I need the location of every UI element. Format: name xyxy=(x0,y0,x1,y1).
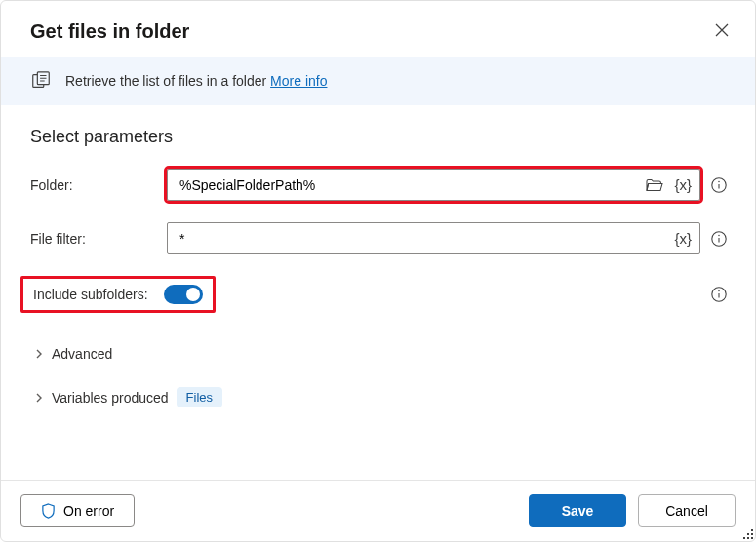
chevron-right-icon xyxy=(34,393,44,403)
info-bar: Retrieve the list of files in a folder M… xyxy=(1,57,755,105)
more-info-link[interactable]: More info xyxy=(270,73,327,89)
file-filter-row: File filter: {x} xyxy=(30,222,728,254)
chevron-right-icon xyxy=(34,349,44,359)
parameters-section: Select parameters Folder: {x} xyxy=(1,105,755,480)
folder-input-shell: {x} xyxy=(167,169,700,201)
advanced-label: Advanced xyxy=(52,346,112,362)
on-error-button[interactable]: On error xyxy=(20,494,135,527)
include-subfolders-label: Include subfolders: xyxy=(33,287,148,302)
variables-produced-expander[interactable]: Variables produced Files xyxy=(34,379,728,415)
browse-folder-button[interactable] xyxy=(643,175,666,195)
dialog-footer: On error Save Cancel xyxy=(1,480,755,541)
file-filter-label: File filter: xyxy=(30,231,167,247)
include-subfolders-row: Include subfolders: xyxy=(30,276,728,313)
file-filter-input-shell: {x} xyxy=(167,222,700,254)
close-button[interactable] xyxy=(710,19,734,45)
svg-point-7 xyxy=(718,290,719,291)
insert-variable-button[interactable]: {x} xyxy=(672,174,694,195)
include-subfolders-info-button[interactable] xyxy=(710,286,728,303)
svg-point-5 xyxy=(718,234,719,235)
folder-label: Folder: xyxy=(30,177,167,193)
insert-variable-button[interactable]: {x} xyxy=(672,228,694,249)
dialog-title: Get files in folder xyxy=(30,20,189,43)
folder-row: Folder: {x} xyxy=(30,169,728,201)
cancel-button[interactable]: Cancel xyxy=(638,494,736,527)
svg-point-3 xyxy=(718,180,719,181)
variable-chip[interactable]: Files xyxy=(177,387,222,407)
folder-input[interactable] xyxy=(178,176,637,194)
shield-icon xyxy=(41,503,56,520)
files-icon xyxy=(30,70,52,92)
variable-icon: {x} xyxy=(674,230,692,247)
toggle-knob xyxy=(186,288,200,301)
close-icon xyxy=(714,22,730,38)
file-filter-input[interactable] xyxy=(178,230,666,248)
variables-produced-label: Variables produced xyxy=(52,390,169,406)
info-icon xyxy=(710,286,728,303)
info-icon xyxy=(710,230,728,248)
file-filter-info-button[interactable] xyxy=(710,230,728,248)
info-text: Retrieve the list of files in a folder M… xyxy=(65,73,327,89)
action-dialog: Get files in folder Retrieve the list of… xyxy=(0,0,756,542)
folder-open-icon xyxy=(645,177,664,193)
variable-icon: {x} xyxy=(674,176,692,193)
dialog-header: Get files in folder xyxy=(1,1,755,57)
folder-info-button[interactable] xyxy=(710,176,728,194)
section-title: Select parameters xyxy=(30,127,728,147)
advanced-expander[interactable]: Advanced xyxy=(34,338,728,369)
include-subfolders-toggle[interactable] xyxy=(164,285,203,304)
on-error-label: On error xyxy=(63,503,114,519)
save-button[interactable]: Save xyxy=(529,494,626,527)
info-icon xyxy=(710,176,728,194)
include-subfolders-highlight: Include subfolders: xyxy=(20,276,216,313)
